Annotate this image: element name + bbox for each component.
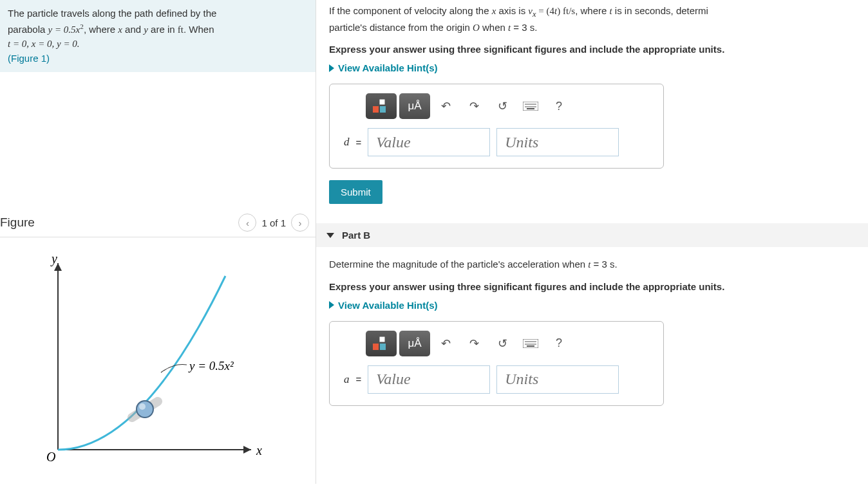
part-b-answer-box: μÅ ↶ ↷ ↺ ? a = (329, 321, 664, 406)
part-b-header[interactable]: Part B (316, 223, 868, 247)
value-input[interactable] (368, 365, 490, 394)
templates-icon (372, 336, 391, 351)
variable-label: a (344, 373, 350, 386)
answer-input-row: a = (341, 365, 652, 394)
y-axis-label: y (50, 252, 57, 266)
left-column: The particle travels along the path defi… (0, 0, 316, 484)
keyboard-button[interactable] (518, 95, 543, 118)
keyboard-button[interactable] (518, 332, 543, 355)
part-b-question: Determine the magnitude of the particle'… (329, 257, 868, 272)
part-a: If the component of velocity along the x… (329, 4, 868, 204)
view-hints-button[interactable]: View Available Hint(s) (329, 62, 868, 73)
undo-button[interactable]: ↶ (433, 332, 458, 355)
view-hints-button[interactable]: View Available Hint(s) (329, 300, 868, 311)
var-y: y (144, 24, 148, 35)
part-a-answer-box: μÅ ↶ ↷ ↺ ? d = (329, 84, 664, 169)
x-axis-label: x (256, 443, 262, 457)
part-b-instruction: Express your answer using three signific… (329, 281, 868, 292)
svg-rect-16 (380, 344, 386, 350)
templates-button[interactable] (366, 93, 397, 119)
q-text: If the component of velocity along the (329, 5, 492, 16)
svg-rect-15 (380, 337, 384, 342)
svg-rect-14 (373, 344, 379, 350)
redo-button[interactable]: ↷ (461, 332, 487, 355)
intro-text: , where (84, 24, 118, 35)
var-O: O (473, 23, 480, 33)
intro-text: and (122, 24, 144, 35)
submit-button[interactable]: Submit (329, 180, 382, 204)
svg-marker-2 (243, 446, 251, 454)
q-text: is in seconds, determi (612, 5, 708, 16)
keyboard-icon (523, 339, 538, 348)
chevron-right-icon (329, 301, 334, 309)
q-text: when (480, 22, 508, 33)
q-text: , where (575, 5, 609, 16)
var-v: v (528, 6, 533, 16)
chevron-right-icon (329, 64, 334, 72)
part-b-title: Part B (342, 230, 370, 241)
units-button[interactable]: μÅ (399, 331, 430, 356)
hints-label: View Available Hint(s) (338, 62, 438, 73)
undo-button[interactable]: ↶ (433, 95, 458, 118)
part-a-question: If the component of velocity along the x… (329, 4, 868, 35)
help-button[interactable]: ? (546, 332, 572, 355)
figure-link[interactable]: (Figure 1) (8, 53, 50, 64)
reset-button[interactable]: ↺ (489, 332, 515, 355)
problem-intro: The particle travels along the path defi… (0, 0, 316, 72)
keyboard-icon (523, 102, 538, 111)
units-input[interactable] (496, 128, 619, 156)
equation: y = 0.5x (48, 24, 80, 35)
origin-label: O (46, 450, 55, 464)
q-text: particle's distance from the origin (329, 22, 473, 33)
figure-title: Figure (0, 216, 35, 230)
svg-rect-7 (373, 106, 379, 113)
q-text: axis is (496, 5, 528, 16)
next-figure-button[interactable]: › (291, 214, 309, 232)
templates-button[interactable] (366, 331, 397, 356)
pager-text: 1 of 1 (261, 217, 286, 228)
initial-conditions: t = 0, x = 0, y = 0. (8, 39, 80, 49)
templates-icon (372, 98, 391, 114)
part-a-instruction: Express your answer using three signific… (329, 44, 868, 55)
value-input[interactable] (368, 128, 490, 156)
figure-pager: ‹ 1 of 1 › (238, 214, 309, 232)
right-column: If the component of velocity along the x… (316, 0, 868, 484)
svg-rect-9 (380, 106, 386, 113)
svg-rect-8 (380, 100, 384, 104)
answer-toolbar: μÅ ↶ ↷ ↺ ? (366, 93, 652, 119)
reset-button[interactable]: ↺ (489, 95, 515, 118)
q-text: = 3 s. (511, 22, 537, 33)
figure-header: Figure ‹ 1 of 1 › (0, 214, 316, 237)
help-button[interactable]: ? (546, 95, 572, 118)
redo-button[interactable]: ↷ (461, 95, 487, 118)
figure-svg: y x O y = 0.5x² (32, 250, 264, 469)
unit-ft: ft (178, 24, 184, 35)
units-input[interactable] (496, 365, 619, 394)
figure-canvas: y x O y = 0.5x² (0, 237, 316, 484)
chevron-down-icon (326, 233, 334, 238)
q-text: Determine the magnitude of the particle'… (329, 259, 588, 270)
prev-figure-button[interactable]: ‹ (238, 214, 256, 232)
answer-input-row: d = (341, 128, 652, 156)
q-text: = (4 (536, 6, 554, 16)
hints-label: View Available Hint(s) (338, 300, 438, 311)
part-b: Determine the magnitude of the particle'… (329, 257, 868, 406)
svg-point-6 (139, 403, 146, 410)
intro-text: are in (148, 24, 178, 35)
q-text: ) ft/s (557, 6, 575, 16)
answer-toolbar: μÅ ↶ ↷ ↺ ? (366, 331, 652, 356)
intro-text: The particle travels along the path defi… (8, 8, 216, 19)
curve-label: y = 0.5x² (188, 359, 234, 372)
units-button[interactable]: μÅ (399, 93, 430, 119)
var-x: x (118, 24, 122, 35)
variable-label: d (344, 136, 350, 149)
q-text: = 3 s. (590, 259, 617, 270)
intro-text: parabola (8, 24, 48, 35)
equals-sign: = (356, 374, 362, 385)
intro-text: . When (184, 24, 214, 35)
equals-sign: = (356, 137, 362, 148)
svg-point-5 (137, 401, 153, 418)
